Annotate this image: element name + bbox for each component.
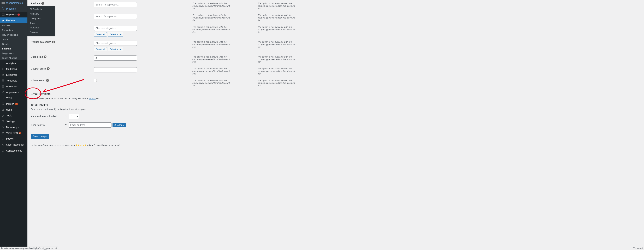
menu-settings[interactable]: Settings [0, 119, 28, 124]
label-products: Products [31, 2, 40, 5]
allow-sharing-checkbox[interactable] [94, 79, 97, 82]
menu-analytics[interactable]: Analytics [0, 60, 28, 66]
option-note: The option is not available with the cou… [258, 2, 299, 10]
woocommerce-icon [1, 1, 5, 5]
megaphone-icon [1, 67, 5, 71]
admin-sidebar: WooCommerce Products All Products Add Ne… [0, 0, 28, 250]
submenu-review-tagging[interactable]: Review Tagging [0, 32, 28, 37]
submenu-settings[interactable]: Settings [0, 46, 28, 51]
products-search-input[interactable] [94, 2, 137, 7]
flyout-add-new[interactable]: Add New [28, 11, 55, 16]
svg-rect-6 [4, 62, 4, 64]
menu-label: Users [6, 108, 12, 111]
menu-label: WPForms [6, 85, 17, 88]
mc4wp-icon [1, 137, 5, 140]
menu-users[interactable]: Users [0, 107, 28, 113]
menu-label: Reviews [6, 19, 15, 22]
menu-label: Payments [6, 13, 17, 16]
select-none-button[interactable]: Select none [108, 32, 124, 36]
usage-limit-input[interactable] [94, 55, 137, 61]
flyout-categories[interactable]: Categories [28, 16, 55, 21]
menu-plugins[interactable]: Plugins 15 [0, 101, 28, 107]
plug-icon [1, 102, 5, 106]
save-changes-button[interactable]: Save changes [31, 134, 50, 139]
elementor-icon [1, 73, 5, 77]
svg-point-7 [2, 74, 4, 76]
option-note: The option is not available with the cou… [192, 41, 234, 48]
option-note: The option is not available with the cou… [192, 2, 234, 10]
option-note: The option is not available with the cou… [192, 26, 234, 33]
menu-wpforms[interactable]: WPForms [0, 84, 28, 89]
help-icon[interactable]: ? [41, 2, 44, 5]
menu-marketing[interactable]: Marketing [0, 66, 28, 72]
menu-tools[interactable]: Tools [0, 113, 28, 119]
menu-elementor[interactable]: Elementor [0, 72, 28, 78]
exclude-categories-input[interactable] [94, 41, 137, 46]
meow-icon: ^M [1, 125, 5, 129]
flyout-reviews[interactable]: Reviews [28, 30, 55, 35]
menu-woocommerce[interactable]: WooCommerce [0, 0, 28, 6]
svg-rect-11 [3, 75, 4, 76]
menu-meow-apps[interactable]: ^M Meow Apps [0, 124, 28, 130]
row-products-2: The option is not available with the cou… [31, 12, 640, 24]
submenu-diagnostics[interactable]: Diagnostics [0, 51, 28, 56]
menu-appearance[interactable]: Appearance [0, 89, 28, 95]
products-search-input-2[interactable] [94, 14, 137, 19]
menu-label: Plugins [6, 103, 14, 105]
brush-icon [1, 91, 5, 94]
categories-input[interactable] [94, 26, 137, 31]
svg-rect-0 [2, 2, 5, 4]
submenu-google[interactable]: Google [0, 42, 28, 46]
photos-select[interactable]: 0 [68, 114, 79, 119]
help-icon[interactable]: ? [47, 67, 50, 70]
svg-rect-3 [2, 14, 4, 14]
menu-payments[interactable]: Payments 1 [0, 12, 28, 17]
submenu-reminders[interactable]: Reminders [0, 28, 28, 32]
help-icon[interactable]: ? [65, 115, 66, 118]
menu-label: Meow Apps [6, 126, 18, 128]
menu-products[interactable]: Products All Products Add New Categories… [0, 6, 28, 12]
coupon-prefix-input[interactable] [94, 67, 137, 72]
select-none-button[interactable]: Select none [108, 47, 124, 51]
rating-link[interactable]: ★★★★★ [76, 144, 86, 146]
option-note: The option is not available with the cou… [192, 67, 234, 75]
label-exclude-categories: Exclude categories [31, 41, 51, 43]
menu-mc4wp[interactable]: MC4WP [0, 136, 28, 142]
help-icon[interactable]: ? [65, 124, 66, 126]
emails-link[interactable]: Emails [89, 97, 96, 100]
svg-rect-15 [2, 85, 4, 88]
menu-yoast[interactable]: Yoast SEO 2 [0, 130, 28, 136]
submenu-import-export[interactable]: Import / Export [0, 56, 28, 60]
menu-templates[interactable]: Templates [0, 78, 28, 84]
star-icon [1, 19, 5, 22]
flyout-tags[interactable]: Tags [28, 21, 55, 25]
select-all-button[interactable]: Select all [94, 47, 107, 51]
payments-icon [1, 13, 5, 16]
flyout-attributes[interactable]: Attributes [28, 25, 55, 30]
desc-text: The email template for discounts can be … [31, 97, 89, 100]
help-icon[interactable]: ? [44, 55, 46, 58]
submenu-qa[interactable]: Q & A [0, 37, 28, 42]
send-test-button[interactable]: Send Test [112, 123, 126, 127]
select-all-button[interactable]: Select all [94, 32, 107, 36]
option-note: The option is not available with the cou… [192, 55, 234, 63]
help-icon[interactable]: ? [46, 79, 49, 82]
help-icon[interactable]: ? [52, 41, 55, 43]
yoast-badge: 2 [18, 132, 21, 134]
send-test-email-input[interactable] [68, 123, 112, 127]
flyout-all-products[interactable]: All Products [28, 7, 55, 11]
row-exclude-categories: Exclude categories ? Select all Select n… [31, 38, 640, 53]
user-icon [1, 108, 5, 112]
submenu-reviews[interactable]: Reviews [0, 23, 28, 28]
option-note: The option is not available with the cou… [258, 67, 299, 75]
menu-slider-revolution[interactable]: Slider Revolution [0, 142, 28, 148]
menu-label: Appearance [6, 91, 19, 94]
option-note: The option is not available with the cou… [192, 79, 234, 87]
row-products: Products ? The option is not available w… [31, 0, 640, 12]
gear-icon [1, 120, 5, 123]
menu-yith[interactable]: YITH [0, 95, 28, 101]
collapse-menu[interactable]: Collapse menu [0, 148, 28, 154]
menu-reviews[interactable]: Reviews [0, 17, 28, 23]
svg-point-1 [2, 8, 2, 8]
row-photos-uploaded: Photos/videos uploaded ? 0 [31, 112, 640, 121]
